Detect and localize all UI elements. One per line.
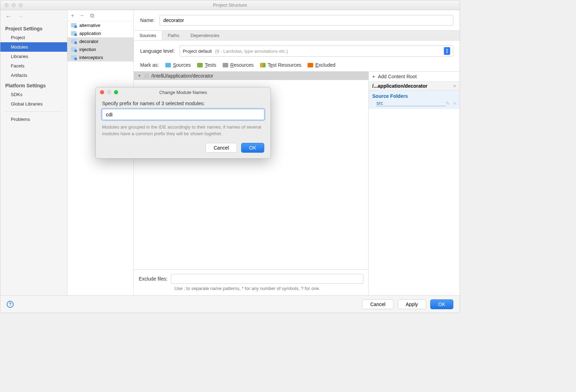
module-item-application[interactable]: application bbox=[67, 29, 134, 37]
exclude-row: Exclude files: Use ; to separate name pa… bbox=[134, 269, 368, 295]
language-level-hint: (8 - Lambdas, type annotations etc.) bbox=[215, 49, 288, 54]
add-module-icon[interactable]: + bbox=[71, 13, 74, 19]
module-folder-icon bbox=[71, 23, 77, 28]
window-title: Project Structure bbox=[0, 2, 460, 8]
mark-test-resources-button[interactable]: Test Resources bbox=[260, 62, 302, 68]
source-folders-header: Source Folders bbox=[372, 92, 456, 100]
modal-prefix-input[interactable] bbox=[102, 109, 264, 120]
plus-icon: + bbox=[372, 74, 375, 79]
mark-sources-button[interactable]: SSourcesources bbox=[165, 62, 191, 68]
ok-button[interactable]: OK bbox=[430, 299, 453, 309]
modal-titlebar: Change Module Names bbox=[96, 87, 271, 97]
exclude-hint: Use ; to separate name patterns, * for a… bbox=[174, 286, 363, 291]
content-root-label: /...application/decorator bbox=[372, 83, 427, 89]
markas-label: Mark as: bbox=[140, 62, 159, 68]
module-item-decorator[interactable]: decorator bbox=[67, 37, 134, 45]
sidebar-item-sdks[interactable]: SDKs bbox=[0, 90, 67, 99]
name-label: Name: bbox=[140, 17, 154, 23]
tabs: Sources Paths Dependencies bbox=[134, 30, 460, 41]
cancel-button[interactable]: Cancel bbox=[362, 299, 394, 309]
source-folder-name: src bbox=[376, 100, 446, 106]
sidebar-divider bbox=[5, 111, 62, 112]
sources-folder-icon bbox=[165, 63, 171, 67]
modal-title: Change Module Names bbox=[96, 90, 271, 95]
window-titlebar: Project Structure bbox=[0, 0, 460, 10]
module-label: decorator bbox=[79, 39, 99, 44]
modal-prefix-label: Specify prefix for names of 3 selected m… bbox=[102, 101, 264, 106]
test-resources-folder-icon bbox=[260, 63, 266, 67]
footer: ? Cancel Apply OK bbox=[0, 295, 460, 313]
tab-sources[interactable]: Sources bbox=[134, 31, 162, 40]
sidebar-item-artifacts[interactable]: Artifacts bbox=[0, 71, 67, 80]
modal-ok-button[interactable]: OK bbox=[241, 143, 264, 153]
module-toolbar: + − ⧉ bbox=[67, 10, 134, 21]
module-folder-icon bbox=[71, 31, 77, 36]
add-content-root-button[interactable]: + Add Content Root bbox=[369, 72, 460, 81]
sidebar-item-global-libraries[interactable]: Global Libraries bbox=[0, 99, 67, 109]
module-item-interceptors[interactable]: interceptors bbox=[67, 53, 134, 61]
remove-module-icon[interactable]: − bbox=[80, 13, 84, 19]
language-level-label: Language level: bbox=[140, 48, 175, 54]
exclude-input[interactable] bbox=[171, 274, 363, 284]
sidebar-item-facets[interactable]: Facets bbox=[0, 61, 67, 71]
module-folder-icon bbox=[71, 47, 77, 52]
tab-paths[interactable]: Paths bbox=[162, 31, 185, 40]
sidebar-nav: ← → bbox=[0, 13, 67, 23]
source-folder-item[interactable]: src ✎ × bbox=[372, 100, 456, 106]
modal-cancel-button[interactable]: Cancel bbox=[206, 143, 237, 153]
remove-icon[interactable]: × bbox=[453, 101, 456, 106]
module-folder-icon bbox=[71, 55, 77, 60]
back-arrow-icon[interactable]: ← bbox=[5, 13, 12, 20]
tab-dependencies[interactable]: Dependencies bbox=[185, 31, 225, 40]
mark-resources-button[interactable]: Resources bbox=[223, 62, 254, 68]
help-icon[interactable]: ? bbox=[7, 301, 14, 308]
section-project-settings: Project Settings bbox=[0, 23, 67, 33]
change-module-names-dialog: Change Module Names Specify prefix for n… bbox=[95, 87, 271, 159]
mark-excluded-button[interactable]: Excluded bbox=[308, 62, 336, 68]
sidebar-item-project[interactable]: Project bbox=[0, 33, 67, 42]
exclude-label: Exclude files: bbox=[139, 276, 167, 282]
modal-hint: Modules are grouped in the IDE according… bbox=[102, 124, 264, 137]
select-arrows-icon: ▲▼ bbox=[444, 47, 450, 55]
language-level-select[interactable]: Project default (8 - Lambdas, type annot… bbox=[180, 45, 453, 57]
apply-button[interactable]: Apply bbox=[398, 299, 426, 309]
tree-root-row[interactable]: ▼ /IntelliJ/application/decorator bbox=[134, 72, 368, 80]
module-label: application bbox=[79, 31, 101, 36]
content-root-path[interactable]: /...application/decorator × bbox=[369, 81, 460, 90]
sidebar-item-modules[interactable]: Modules bbox=[0, 42, 67, 52]
section-platform-settings: Platform Settings bbox=[0, 80, 67, 90]
edit-icon[interactable]: ✎ bbox=[446, 101, 450, 106]
sidebar-item-libraries[interactable]: Libraries bbox=[0, 52, 67, 61]
module-folder-icon bbox=[71, 39, 77, 44]
module-label: alternative bbox=[79, 23, 100, 28]
name-input[interactable] bbox=[159, 15, 453, 26]
module-label: interceptors bbox=[79, 55, 103, 60]
module-item-alternative[interactable]: alternative bbox=[67, 21, 134, 29]
folder-icon bbox=[144, 74, 149, 78]
copy-module-icon[interactable]: ⧉ bbox=[90, 13, 94, 19]
sidebar-item-problems[interactable]: Problems bbox=[0, 115, 67, 124]
mark-tests-button[interactable]: Tests bbox=[197, 62, 216, 68]
module-item-injection[interactable]: injection bbox=[67, 45, 134, 53]
chevron-down-icon[interactable]: ▼ bbox=[137, 73, 142, 78]
module-label: injection bbox=[79, 47, 96, 52]
tests-folder-icon bbox=[197, 63, 203, 67]
excluded-folder-icon bbox=[308, 63, 313, 67]
content-roots-pane: + Add Content Root /...application/decor… bbox=[369, 71, 460, 295]
tree-path: /IntelliJ/application/decorator bbox=[151, 73, 213, 79]
resources-folder-icon bbox=[223, 63, 228, 67]
language-level-value: Project default bbox=[183, 49, 212, 54]
forward-arrow-icon[interactable]: → bbox=[17, 13, 23, 20]
remove-root-icon[interactable]: × bbox=[453, 83, 456, 89]
sidebar: ← → Project Settings Project Modules Lib… bbox=[0, 10, 67, 295]
